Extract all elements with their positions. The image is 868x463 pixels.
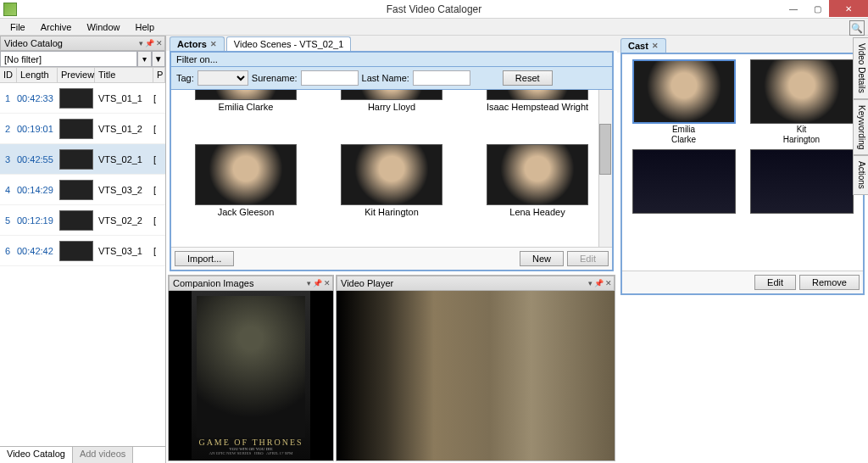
companion-panel: Companion Images ▾📌✕ GAME OF THRONES YOU… xyxy=(168,275,334,461)
tag-select[interactable] xyxy=(198,70,248,86)
menu-file[interactable]: File xyxy=(3,20,32,34)
table-row[interactable]: 5 00:12:19 VTS_02_2 [ xyxy=(0,205,165,236)
maximize-button[interactable]: ▢ xyxy=(805,0,829,17)
cast-cell[interactable] xyxy=(627,149,740,215)
dropdown-icon[interactable]: ▾ xyxy=(588,279,593,287)
table-row[interactable]: 1 00:42:33 VTS_01_1 [ xyxy=(0,83,165,114)
close-icon[interactable]: ✕ xyxy=(652,42,659,50)
cast-thumbnail xyxy=(632,59,736,124)
dropdown-icon[interactable]: ▾ xyxy=(139,39,143,47)
table-row[interactable]: 6 00:42:42 VTS_03_1 [ xyxy=(0,236,165,266)
tab-video-scenes[interactable]: Video Scenes - VTS_02_1 xyxy=(226,36,351,51)
table-row[interactable]: 4 00:14:29 VTS_03_2 [ xyxy=(0,175,165,205)
cast-cell[interactable]: Kit Harington xyxy=(745,59,858,144)
import-button[interactable]: Import... xyxy=(175,251,234,266)
new-button[interactable]: New xyxy=(520,251,564,266)
reset-button[interactable]: Reset xyxy=(503,70,553,86)
cast-grid: Emilia Clarke Kit Harington xyxy=(622,54,863,271)
col-title[interactable]: Title xyxy=(95,68,153,82)
surename-label: Surename: xyxy=(252,73,298,83)
cast-lastname: Harington xyxy=(783,135,820,144)
cast-cell[interactable] xyxy=(745,149,858,215)
close-panel-icon[interactable]: ✕ xyxy=(605,279,612,287)
tab-video-catalog[interactable]: Video Catalog xyxy=(0,447,73,463)
video-catalog-header: Video Catalog ▾📌✕ xyxy=(0,36,165,51)
edit-cast-button[interactable]: Edit xyxy=(754,275,796,290)
cast-thumbnail xyxy=(750,59,854,124)
pin-icon[interactable]: 📌 xyxy=(313,279,322,287)
video-player-view[interactable] xyxy=(337,291,615,460)
pin-icon[interactable]: 📌 xyxy=(594,279,604,287)
catalog-filter-select[interactable] xyxy=(0,51,137,67)
video-catalog-title: Video Catalog xyxy=(4,38,63,48)
lastname-input[interactable] xyxy=(413,70,470,86)
cast-cell[interactable]: Emilia Clarke xyxy=(627,59,740,144)
thumbnail xyxy=(59,180,93,200)
minimize-button[interactable]: — xyxy=(782,0,805,17)
cast-thumbnail xyxy=(632,149,736,214)
actor-cell[interactable]: Jack Gleeson xyxy=(176,144,315,242)
col-p[interactable]: P xyxy=(153,68,165,82)
menubar: File Archive Window Help xyxy=(0,19,868,36)
actor-grid: Emilia Clarke Harry Lloyd Isaac Hempstea… xyxy=(171,90,612,247)
poster-title: GAME OF THRONES xyxy=(198,438,303,447)
cast-thumbnail xyxy=(750,149,854,214)
menu-archive[interactable]: Archive xyxy=(34,20,79,34)
actor-name: Emilia Clarke xyxy=(219,102,274,112)
pin-icon[interactable]: 📌 xyxy=(145,39,154,47)
close-panel-icon[interactable]: ✕ xyxy=(156,39,163,47)
side-tab-video-details[interactable]: Video Details xyxy=(853,37,868,99)
actor-scrollbar[interactable] xyxy=(598,90,612,247)
actor-name: Jack Gleeson xyxy=(218,207,275,217)
actors-panel: Filter on... Tag: Surename: Last Name: R… xyxy=(170,51,614,271)
dropdown-icon[interactable]: ▾ xyxy=(307,279,311,287)
thumbnail xyxy=(59,88,93,109)
actor-cell[interactable]: Emilia Clarke xyxy=(176,95,315,137)
table-row[interactable]: 2 00:19:01 VTS_01_2 [ xyxy=(0,114,165,144)
actor-thumbnail xyxy=(487,90,588,100)
remove-cast-button[interactable]: Remove xyxy=(799,275,860,290)
actor-cell[interactable]: Kit Harington xyxy=(322,144,461,242)
thumbnail xyxy=(59,210,93,231)
close-panel-icon[interactable]: ✕ xyxy=(324,279,331,287)
actor-name: Lena Headey xyxy=(509,207,565,217)
side-tab-actions[interactable]: Actions xyxy=(853,155,868,195)
edit-actor-button[interactable]: Edit xyxy=(567,251,609,266)
poster-image[interactable]: GAME OF THRONES YOU WIN OR YOU DIE AN EP… xyxy=(192,291,310,460)
actor-thumbnail xyxy=(341,144,442,205)
col-length[interactable]: Length xyxy=(17,68,58,82)
window-controls: — ▢ ✕ xyxy=(782,0,868,17)
col-preview[interactable]: Preview xyxy=(58,68,95,82)
right-side-tabs: Video Details Keywording Actions xyxy=(853,37,868,195)
actor-cell[interactable]: Isaac Hempstead Wright xyxy=(468,95,607,137)
close-button[interactable]: ✕ xyxy=(829,0,868,17)
catalog-body: 1 00:42:33 VTS_01_1 [2 00:19:01 VTS_01_2… xyxy=(0,83,165,446)
menu-window[interactable]: Window xyxy=(80,20,126,34)
side-tab-keywording[interactable]: Keywording xyxy=(853,99,868,155)
col-id[interactable]: ID xyxy=(0,68,17,82)
surename-input[interactable] xyxy=(301,70,359,86)
tab-add-videos[interactable]: Add videos xyxy=(73,447,133,463)
thumbnail xyxy=(59,119,93,139)
filter-on-label: Filter on... xyxy=(171,53,612,67)
actor-name: Isaac Hempstead Wright xyxy=(487,102,588,112)
actor-cell[interactable]: Harry Lloyd xyxy=(322,95,461,137)
menu-help[interactable]: Help xyxy=(129,20,162,34)
tab-actors[interactable]: Actors✕ xyxy=(170,36,225,51)
close-icon[interactable]: ✕ xyxy=(210,40,217,48)
companion-header: Companion Images ▾📌✕ xyxy=(169,276,333,291)
video-player-panel: Video Player ▾📌✕ xyxy=(336,275,615,461)
search-icon[interactable]: 🔍 xyxy=(849,20,865,36)
actor-cell[interactable]: Lena Headey xyxy=(468,144,607,242)
catalog-filter-clear-button[interactable]: ▼ xyxy=(152,51,166,67)
thumbnail xyxy=(59,241,93,261)
player-header: Video Player ▾📌✕ xyxy=(337,276,615,291)
table-row[interactable]: 3 00:42:55 VTS_02_1 [ xyxy=(0,144,165,175)
catalog-filter-dropdown-icon[interactable]: ▾ xyxy=(137,51,152,67)
tab-cast[interactable]: Cast✕ xyxy=(620,38,666,53)
app-title: Fast Video Cataloger xyxy=(387,3,482,15)
actor-thumbnail xyxy=(195,144,297,205)
lastname-label: Last Name: xyxy=(362,73,409,83)
actor-thumbnail xyxy=(341,90,442,100)
cast-firstname: Kit xyxy=(797,125,807,134)
